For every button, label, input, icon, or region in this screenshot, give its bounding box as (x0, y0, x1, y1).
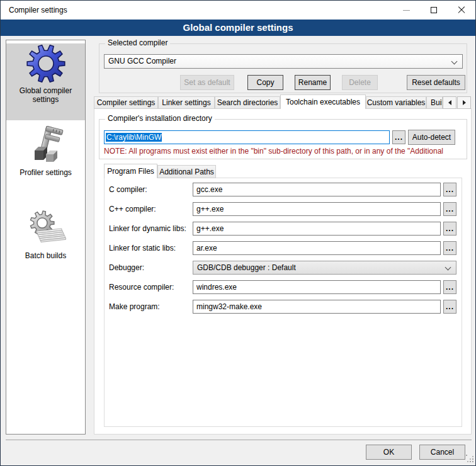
auto-detect-button[interactable]: Auto-detect (408, 130, 455, 145)
debugger-select-value: GDB/CDB debugger : Default (197, 263, 296, 272)
caliper-icon (26, 125, 66, 166)
field-label-c-compiler: C compiler: (109, 183, 147, 196)
minimize-button[interactable] (392, 1, 420, 20)
sidebar-item-global-compiler-settings[interactable]: Global compiler settings (6, 43, 85, 120)
copy-button[interactable]: Copy (247, 75, 283, 90)
resource-compiler-browse-button[interactable]: ... (443, 280, 456, 294)
sidebar-item-profiler-settings[interactable]: Profiler settings (6, 125, 85, 198)
chevron-down-icon (451, 59, 458, 65)
tab-build-options[interactable]: Build (426, 96, 443, 109)
cpp-compiler-input[interactable] (193, 202, 441, 216)
sidebar-item-label: Profiler settings (6, 168, 85, 183)
field-label-debugger: Debugger: (109, 261, 144, 275)
subtab-program-files[interactable]: Program Files (104, 164, 157, 178)
settings-category-list: Global compiler settings (6, 40, 86, 435)
window-title: Compiler settings (9, 6, 67, 14)
tab-compiler-settings[interactable]: Compiler settings (94, 96, 158, 109)
set-as-default-button[interactable]: Set as default (180, 75, 234, 90)
reset-defaults-button[interactable]: Reset defaults (407, 75, 465, 90)
maximize-button[interactable] (420, 1, 448, 20)
sidebar-item-label: Global compiler settings (6, 86, 85, 110)
static-linker-input[interactable] (193, 241, 441, 255)
selected-compiler-group-label: Selected compiler (105, 39, 170, 47)
field-label-static-linker: Linker for static libs: (109, 241, 176, 255)
subtab-additional-paths[interactable]: Additional Paths (157, 165, 216, 178)
tab-linker-settings[interactable]: Linker settings (158, 96, 215, 109)
title-bar[interactable]: Compiler settings (1, 1, 475, 20)
compiler-select[interactable]: GNU GCC Compiler (104, 54, 463, 69)
tab-custom-variables[interactable]: Custom variables (366, 96, 426, 109)
make-program-input[interactable] (193, 300, 441, 314)
field-label-dynamic-linker: Linker for dynamic libs: (109, 222, 186, 236)
minimize-icon (403, 10, 410, 11)
resize-grip[interactable] (466, 455, 475, 463)
ok-button[interactable]: OK (366, 445, 412, 460)
tab-scroll-right-button[interactable] (457, 96, 471, 109)
page-title: Global compiler settings (1, 20, 475, 36)
sidebar-item-batch-builds[interactable]: Batch builds (6, 198, 85, 275)
sidebar-item-label: Batch builds (6, 251, 85, 266)
installation-directory-group-label: Compiler's installation directory (105, 115, 215, 123)
debugger-select[interactable]: GDB/CDB debugger : Default (193, 261, 456, 275)
c-compiler-browse-button[interactable]: ... (443, 183, 456, 196)
arrow-left-icon (448, 100, 451, 105)
browse-directory-button[interactable]: ... (392, 130, 405, 144)
delete-button[interactable]: Delete (342, 75, 378, 90)
note-text: NOTE: All programs must exist either in … (104, 147, 466, 156)
chevron-down-icon (445, 264, 451, 271)
compiler-settings-window: Compiler settings Global compiler settin… (0, 0, 476, 466)
close-button[interactable] (448, 1, 475, 20)
arrow-right-icon (463, 100, 466, 105)
rename-button[interactable]: Rename (295, 75, 331, 90)
dynamic-linker-browse-button[interactable]: ... (443, 222, 456, 236)
installation-directory-input[interactable]: C:\raylib\MinGW (104, 130, 390, 144)
resource-compiler-input[interactable] (193, 280, 441, 294)
tab-search-directories[interactable]: Search directories (215, 96, 280, 109)
c-compiler-input[interactable] (193, 183, 441, 196)
tab-toolchain-executables[interactable]: Toolchain executables (280, 94, 366, 109)
blue-gear-icon (26, 43, 66, 84)
dynamic-linker-input[interactable] (193, 222, 441, 236)
maximize-icon (431, 7, 437, 13)
cancel-button[interactable]: Cancel (419, 445, 465, 460)
static-linker-browse-button[interactable]: ... (443, 241, 456, 255)
field-label-cpp-compiler: C++ compiler: (109, 202, 156, 216)
gray-gear-stack-icon (26, 208, 66, 249)
compiler-select-value: GNU GCC Compiler (108, 57, 176, 65)
tab-scroll-left-button[interactable] (443, 96, 456, 109)
make-program-browse-button[interactable]: ... (443, 300, 456, 314)
installation-directory-value: C:\raylib\MinGW (106, 133, 162, 142)
field-label-resource-compiler: Resource compiler: (109, 280, 174, 294)
cpp-compiler-browse-button[interactable]: ... (443, 202, 456, 216)
field-label-make-program: Make program: (109, 300, 160, 314)
close-icon (457, 6, 466, 14)
footer-separator (6, 440, 472, 440)
